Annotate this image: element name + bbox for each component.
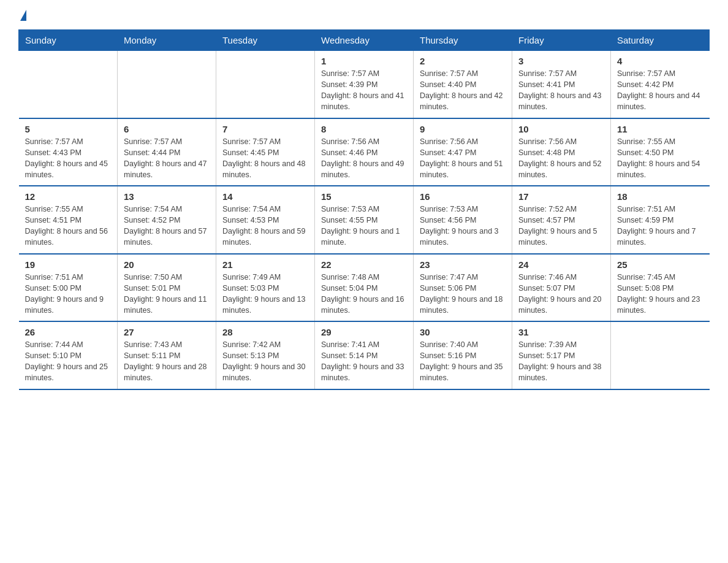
day-of-week-header: Sunday: [19, 30, 118, 51]
day-info: Sunrise: 7:43 AM Sunset: 5:11 PM Dayligh…: [124, 339, 210, 384]
calendar-cell: 17Sunrise: 7:52 AM Sunset: 4:57 PM Dayli…: [512, 186, 611, 254]
day-number: 28: [222, 327, 308, 337]
calendar-week-row: 5Sunrise: 7:57 AM Sunset: 4:43 PM Daylig…: [19, 118, 710, 186]
calendar-cell: 23Sunrise: 7:47 AM Sunset: 5:06 PM Dayli…: [414, 254, 512, 322]
day-number: 7: [222, 124, 308, 134]
calendar-cell: 13Sunrise: 7:54 AM Sunset: 4:52 PM Dayli…: [118, 186, 216, 254]
calendar-cell: 19Sunrise: 7:51 AM Sunset: 5:00 PM Dayli…: [19, 254, 118, 322]
calendar-cell: 22Sunrise: 7:48 AM Sunset: 5:04 PM Dayli…: [315, 254, 414, 322]
calendar-cell: 15Sunrise: 7:53 AM Sunset: 4:55 PM Dayli…: [315, 186, 414, 254]
calendar-cell: 8Sunrise: 7:56 AM Sunset: 4:46 PM Daylig…: [315, 118, 414, 186]
day-info: Sunrise: 7:44 AM Sunset: 5:10 PM Dayligh…: [25, 339, 112, 384]
calendar-cell: 4Sunrise: 7:57 AM Sunset: 4:42 PM Daylig…: [611, 51, 710, 118]
calendar-cell: 27Sunrise: 7:43 AM Sunset: 5:11 PM Dayli…: [118, 321, 216, 389]
day-info: Sunrise: 7:54 AM Sunset: 4:52 PM Dayligh…: [124, 204, 210, 248]
calendar-cell: 11Sunrise: 7:55 AM Sunset: 4:50 PM Dayli…: [611, 118, 710, 186]
calendar-cell: [216, 51, 315, 118]
day-info: Sunrise: 7:51 AM Sunset: 4:59 PM Dayligh…: [617, 204, 703, 248]
day-number: 23: [420, 259, 506, 270]
day-info: Sunrise: 7:50 AM Sunset: 5:01 PM Dayligh…: [124, 272, 210, 316]
day-info: Sunrise: 7:57 AM Sunset: 4:40 PM Dayligh…: [420, 68, 506, 113]
day-info: Sunrise: 7:53 AM Sunset: 4:56 PM Dayligh…: [420, 204, 506, 248]
day-info: Sunrise: 7:39 AM Sunset: 5:17 PM Dayligh…: [518, 339, 604, 384]
calendar-cell: 25Sunrise: 7:45 AM Sunset: 5:08 PM Dayli…: [611, 254, 710, 322]
calendar-week-row: 19Sunrise: 7:51 AM Sunset: 5:00 PM Dayli…: [19, 254, 710, 322]
day-info: Sunrise: 7:55 AM Sunset: 4:50 PM Dayligh…: [617, 136, 703, 181]
day-number: 13: [124, 191, 210, 202]
calendar-cell: 24Sunrise: 7:46 AM Sunset: 5:07 PM Dayli…: [512, 254, 611, 322]
calendar-cell: 3Sunrise: 7:57 AM Sunset: 4:41 PM Daylig…: [512, 51, 611, 118]
day-info: Sunrise: 7:42 AM Sunset: 5:13 PM Dayligh…: [222, 339, 308, 384]
day-number: 6: [124, 124, 210, 134]
day-info: Sunrise: 7:56 AM Sunset: 4:46 PM Dayligh…: [321, 136, 407, 181]
calendar-week-row: 26Sunrise: 7:44 AM Sunset: 5:10 PM Dayli…: [19, 321, 710, 389]
calendar-header: SundayMondayTuesdayWednesdayThursdayFrid…: [19, 30, 710, 51]
calendar-cell: 26Sunrise: 7:44 AM Sunset: 5:10 PM Dayli…: [19, 321, 118, 389]
header: [18, 12, 710, 20]
day-info: Sunrise: 7:48 AM Sunset: 5:04 PM Dayligh…: [321, 272, 407, 316]
calendar-cell: 6Sunrise: 7:57 AM Sunset: 4:44 PM Daylig…: [118, 118, 216, 186]
day-number: 11: [617, 124, 703, 134]
day-info: Sunrise: 7:40 AM Sunset: 5:16 PM Dayligh…: [420, 339, 506, 384]
day-number: 21: [222, 259, 308, 270]
day-number: 31: [518, 327, 604, 337]
calendar-cell: 7Sunrise: 7:57 AM Sunset: 4:45 PM Daylig…: [216, 118, 315, 186]
day-info: Sunrise: 7:55 AM Sunset: 4:51 PM Dayligh…: [25, 204, 112, 248]
calendar-cell: 31Sunrise: 7:39 AM Sunset: 5:17 PM Dayli…: [512, 321, 611, 389]
day-number: 2: [420, 56, 506, 66]
day-info: Sunrise: 7:57 AM Sunset: 4:43 PM Dayligh…: [25, 136, 112, 181]
day-info: Sunrise: 7:52 AM Sunset: 4:57 PM Dayligh…: [518, 204, 604, 248]
day-number: 4: [617, 56, 703, 66]
day-number: 12: [25, 191, 112, 202]
calendar-cell: 18Sunrise: 7:51 AM Sunset: 4:59 PM Dayli…: [611, 186, 710, 254]
day-number: 5: [25, 124, 112, 134]
day-info: Sunrise: 7:41 AM Sunset: 5:14 PM Dayligh…: [321, 339, 407, 384]
calendar-cell: [611, 321, 710, 389]
logo-triangle-icon: [20, 10, 26, 21]
day-info: Sunrise: 7:57 AM Sunset: 4:41 PM Dayligh…: [518, 68, 604, 113]
calendar-table: SundayMondayTuesdayWednesdayThursdayFrid…: [18, 29, 710, 390]
calendar-cell: 10Sunrise: 7:56 AM Sunset: 4:48 PM Dayli…: [512, 118, 611, 186]
calendar-cell: 29Sunrise: 7:41 AM Sunset: 5:14 PM Dayli…: [315, 321, 414, 389]
day-number: 29: [321, 327, 407, 337]
day-info: Sunrise: 7:57 AM Sunset: 4:44 PM Dayligh…: [124, 136, 210, 181]
day-info: Sunrise: 7:47 AM Sunset: 5:06 PM Dayligh…: [420, 272, 506, 316]
day-info: Sunrise: 7:57 AM Sunset: 4:39 PM Dayligh…: [321, 68, 407, 113]
calendar-cell: [19, 51, 118, 118]
day-info: Sunrise: 7:57 AM Sunset: 4:45 PM Dayligh…: [222, 136, 308, 181]
day-info: Sunrise: 7:49 AM Sunset: 5:03 PM Dayligh…: [222, 272, 308, 316]
calendar-cell: 21Sunrise: 7:49 AM Sunset: 5:03 PM Dayli…: [216, 254, 315, 322]
day-number: 14: [222, 191, 308, 202]
calendar-cell: 30Sunrise: 7:40 AM Sunset: 5:16 PM Dayli…: [414, 321, 512, 389]
day-number: 9: [420, 124, 506, 134]
calendar-cell: 5Sunrise: 7:57 AM Sunset: 4:43 PM Daylig…: [19, 118, 118, 186]
day-number: 17: [518, 191, 604, 202]
day-number: 27: [124, 327, 210, 337]
day-info: Sunrise: 7:57 AM Sunset: 4:42 PM Dayligh…: [617, 68, 703, 113]
day-info: Sunrise: 7:53 AM Sunset: 4:55 PM Dayligh…: [321, 204, 407, 248]
day-info: Sunrise: 7:56 AM Sunset: 4:47 PM Dayligh…: [420, 136, 506, 181]
day-number: 18: [617, 191, 703, 202]
day-of-week-header: Friday: [512, 30, 611, 51]
day-info: Sunrise: 7:54 AM Sunset: 4:53 PM Dayligh…: [222, 204, 308, 248]
calendar-week-row: 12Sunrise: 7:55 AM Sunset: 4:51 PM Dayli…: [19, 186, 710, 254]
calendar-cell: 20Sunrise: 7:50 AM Sunset: 5:01 PM Dayli…: [118, 254, 216, 322]
logo: [18, 12, 26, 20]
day-number: 15: [321, 191, 407, 202]
day-of-week-header: Wednesday: [315, 30, 414, 51]
calendar-cell: 9Sunrise: 7:56 AM Sunset: 4:47 PM Daylig…: [414, 118, 512, 186]
day-of-week-header: Tuesday: [216, 30, 315, 51]
day-number: 10: [518, 124, 604, 134]
day-number: 1: [321, 56, 407, 66]
day-of-week-header: Monday: [118, 30, 216, 51]
calendar-cell: 12Sunrise: 7:55 AM Sunset: 4:51 PM Dayli…: [19, 186, 118, 254]
day-number: 24: [518, 259, 604, 270]
day-number: 25: [617, 259, 703, 270]
day-of-week-header: Thursday: [414, 30, 512, 51]
calendar-week-row: 1Sunrise: 7:57 AM Sunset: 4:39 PM Daylig…: [19, 51, 710, 118]
day-info: Sunrise: 7:46 AM Sunset: 5:07 PM Dayligh…: [518, 272, 604, 316]
day-info: Sunrise: 7:45 AM Sunset: 5:08 PM Dayligh…: [617, 272, 703, 316]
day-number: 20: [124, 259, 210, 270]
day-number: 3: [518, 56, 604, 66]
calendar-cell: 2Sunrise: 7:57 AM Sunset: 4:40 PM Daylig…: [414, 51, 512, 118]
